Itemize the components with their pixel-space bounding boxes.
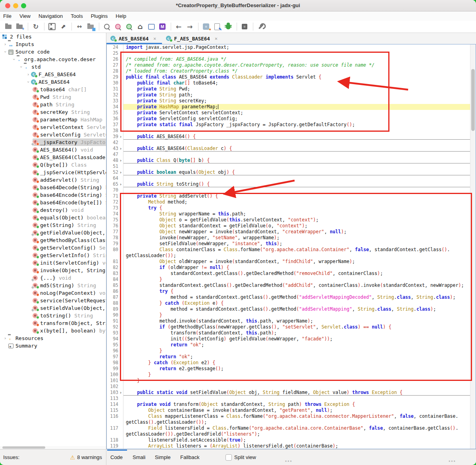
code-text[interactable]: Object standardContext = getFieldValue(o… (123, 223, 470, 229)
tab-f_aes_base64[interactable]: cF_AES_BASE64✕ (162, 33, 224, 44)
split-view-checkbox[interactable] (225, 454, 232, 461)
code-text[interactable] (123, 163, 470, 169)
tree-item-service-servletrequest-servletresponse-[interactable]: mservice(ServletRequest, ServletResponse… (0, 297, 106, 304)
code-text[interactable]: /* renamed from: org.apache.coyote.deser… (123, 62, 470, 68)
code-text[interactable]: Class containerClass = Class.forName("or… (123, 247, 470, 253)
code-text[interactable] (123, 175, 470, 181)
code-text[interactable]: getClassLoader()).getDeclaredField("list… (123, 431, 470, 437)
resize-icon[interactable]: ↔ (74, 22, 85, 31)
tab-aes_base64[interactable]: cAES_BASE64✕ (106, 33, 162, 44)
code-text[interactable]: public Class Q(byte[] b) { (123, 158, 470, 163)
menu-plugins[interactable]: Plugins (87, 13, 112, 19)
tree-item-aes_base64-[interactable]: mAES_BASE64()void (0, 146, 106, 154)
code-editor[interactable]: 24import javax.servlet.jsp.PageContext;2… (106, 44, 476, 449)
code-text[interactable]: } (123, 312, 470, 318)
forward-icon[interactable]: → (185, 22, 195, 31)
code-text[interactable]: Object containerBase = invoke(standardCo… (123, 407, 470, 413)
menu-view[interactable]: View (15, 13, 35, 19)
smali-m-icon[interactable]: M (157, 22, 168, 31)
settings-wrench-icon[interactable] (256, 22, 266, 31)
code-text[interactable]: transform(standardContext, this.path); (123, 330, 470, 336)
code-text[interactable]: if (oldWrapper != null) { (123, 265, 470, 271)
close-tab-icon[interactable]: ✕ (153, 36, 156, 41)
code-text[interactable]: return "ok"; (123, 354, 470, 360)
log-icon[interactable]: ≡ (239, 22, 250, 31)
tree-item-setfieldvalue-object-string-object-[interactable]: msetFieldValue(Object, String, Object)vo… (0, 304, 106, 312)
code-text[interactable]: public AES_BASE64(ClassLoader c) { (123, 146, 470, 152)
search-class-icon[interactable] (113, 22, 123, 31)
editor-scrollbar-thumb[interactable] (471, 69, 475, 131)
code-text[interactable] (123, 152, 470, 158)
fold-arrow-icon[interactable]: › (118, 390, 123, 396)
code-text[interactable]: } (123, 277, 470, 282)
code-text[interactable]: method = standardContext.getClass().getM… (123, 306, 470, 312)
home-icon[interactable]: ⌂ (135, 22, 145, 31)
chevron-right-icon[interactable]: › (25, 71, 31, 78)
menu-help[interactable]: Help (112, 13, 130, 19)
code-text[interactable]: listenersField.setAccessible(true); (123, 437, 470, 443)
code-text[interactable]: import javax.servlet.jsp.PageContext; (123, 44, 470, 50)
code-text[interactable]: setFieldValue(newWrapper, "instance", th… (123, 241, 470, 247)
code-text[interactable]: method.invoke(standardContext, this.path… (123, 318, 470, 324)
code-text[interactable]: return "ok"; (123, 342, 470, 348)
code-text[interactable]: /* loaded from: CreatorProperty.class */ (123, 68, 470, 74)
code-text[interactable]: } (123, 348, 470, 354)
tree-item-getservletinfo-[interactable]: mgetServletInfo()String (0, 252, 106, 259)
code-text[interactable]: standardContext.getClass().getDeclaredMe… (123, 271, 470, 277)
code-text[interactable]: public final char[] toBase64; (123, 80, 470, 86)
tree-item-md5-string-[interactable]: mmd5(String)String (0, 282, 106, 289)
code-text[interactable]: if (getMethodByClass(newWrapper.getClass… (123, 324, 470, 330)
chevron-right-icon[interactable]: › (2, 40, 8, 48)
tree-item-base64decode-string-[interactable]: mbase64Decode(String)byte[] (0, 184, 106, 191)
code-text[interactable]: public boolean equals(Object obj) { (123, 169, 470, 175)
tree-item-_jspservice-httpservletrequest-httpservletresponse-[interactable]: m_jspService(HttpServletRequest, HttpSer… (0, 169, 106, 176)
tree-item-get-string-[interactable]: mget(String)String (0, 221, 106, 229)
tree-item-servletconfig[interactable]: fservletConfigServletConfig (0, 131, 106, 138)
tree-item-secretkey[interactable]: fsecretKeyString (0, 108, 106, 116)
code-text[interactable]: private String secretKey; (123, 98, 470, 104)
tree-item-path[interactable]: fpathString (0, 101, 106, 108)
code-text[interactable]: ArrayList listeners = (ArrayList) listen… (123, 443, 470, 449)
tree-item-tostring-[interactable]: mtoString()String (0, 312, 106, 319)
tree-item-aes_base64[interactable]: ›cAES_BASE64 (0, 78, 106, 86)
tree-item-std[interactable]: ›▪std (0, 63, 106, 71)
tree-scrollbar-thumb[interactable] (2, 446, 45, 449)
code-text[interactable]: public final class AES_BASE64 extends Cl… (123, 74, 470, 80)
code-text[interactable]: getClass().getClassLoader()); (123, 419, 470, 425)
tree-item-pwd[interactable]: fPwdString (0, 93, 106, 101)
code-text[interactable]: } (123, 378, 470, 384)
chevron-right-icon[interactable]: › (2, 334, 8, 342)
menu-navigation[interactable]: Navigation (35, 13, 67, 19)
tree-item-source-code[interactable]: ›◇Source code (0, 48, 106, 56)
code-text[interactable]: Object newWrapper = invoke(standardConte… (123, 229, 470, 235)
code-text[interactable]: public String toString() { (123, 181, 470, 187)
code-text[interactable]: public AES_BASE64() { (123, 134, 470, 140)
open-folder-icon[interactable] (3, 22, 13, 31)
debug-icon[interactable] (223, 22, 233, 31)
code-text[interactable]: try { (123, 205, 470, 211)
tree-item-servletcontext[interactable]: fservletContextServletContext (0, 123, 106, 131)
tree-item-equals-object-[interactable]: mequals(Object)boolean (0, 214, 106, 221)
code-text[interactable] (123, 50, 470, 56)
tree-item-2-files[interactable]: 2 files (0, 33, 106, 40)
tree-item--[interactable]: m{...}void (0, 274, 106, 282)
fold-arrow-icon[interactable]: › (118, 146, 123, 152)
tree-item-getfieldvalue-object-string-[interactable]: mgetFieldValue(Object, String)Object (0, 229, 106, 236)
close-tab-icon[interactable]: ✕ (215, 36, 218, 41)
code-text[interactable]: Field listenersField = Class.forName("or… (123, 425, 470, 431)
code-text[interactable] (123, 128, 470, 134)
edit-document-icon[interactable]: ✎ (212, 22, 222, 31)
tree-item-org-apache-coyote-deser[interactable]: ›▪org.apache.coyote.deser (0, 56, 106, 63)
code-text[interactable]: } catch (Exception e2) { (123, 360, 470, 366)
code-text[interactable] (123, 187, 470, 193)
tree-item-_jspxfactory[interactable]: f_jspxFactoryJspFactory (0, 138, 106, 146)
code-text[interactable]: private HashMap parameterMap; (123, 104, 470, 110)
code-text[interactable]: String wrapperName = this.path; (123, 211, 470, 217)
code-text[interactable]: Object o = getFieldValue(this.servletCon… (123, 217, 470, 223)
code-text[interactable]: return e2.getMessage(); (123, 366, 470, 372)
menu-file[interactable]: File (3, 13, 15, 19)
tree-item-base64encode-byte-[interactable]: mbase64Encode(byte[])String (0, 199, 106, 206)
add-files-icon[interactable]: + (14, 22, 25, 31)
code-text[interactable]: try { (123, 288, 470, 294)
tree-item-aes_base64-classloader-[interactable]: mAES_BASE64(ClassLoader)void (0, 154, 106, 161)
